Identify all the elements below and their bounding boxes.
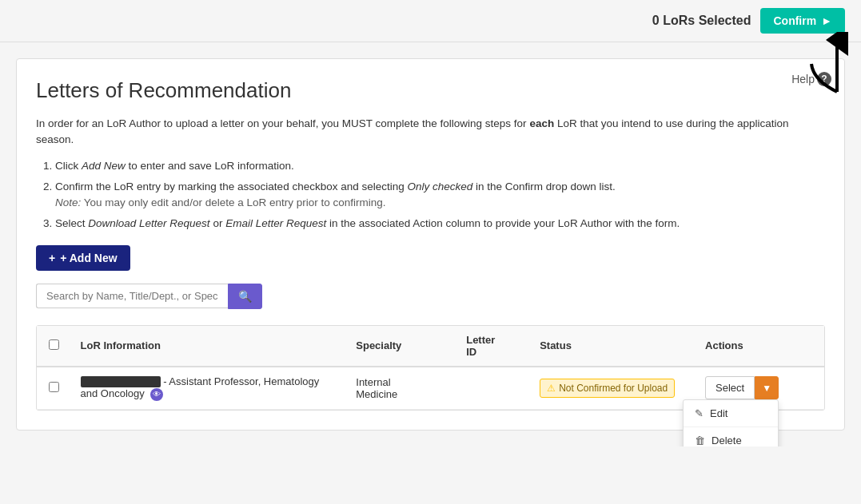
letter-id-cell bbox=[456, 367, 530, 410]
trash-icon: 🗑 bbox=[695, 435, 705, 446]
help-text: Help bbox=[791, 73, 815, 85]
add-new-label: + Add New bbox=[60, 252, 117, 264]
dropdown-toggle-button[interactable]: ▼ bbox=[755, 376, 779, 399]
help-link[interactable]: Help ? bbox=[791, 72, 831, 86]
search-bar: 🔍 bbox=[36, 284, 825, 309]
chevron-down-icon: ▼ bbox=[762, 383, 771, 394]
delete-menu-item[interactable]: 🗑 Delete bbox=[684, 427, 778, 446]
lors-count: 0 bbox=[652, 14, 660, 27]
search-button[interactable]: 🔍 bbox=[228, 284, 262, 309]
lor-table: LoR Information Specialty LetterID Statu… bbox=[37, 326, 824, 410]
plus-icon: + bbox=[49, 252, 55, 264]
row-checkbox-cell bbox=[37, 367, 71, 410]
actions-dropdown-menu: ✎ Edit 🗑 Delete bbox=[683, 399, 779, 446]
top-bar: 0 LoRs Selected Confirm ► bbox=[0, 0, 861, 42]
lors-label: LoRs Selected bbox=[663, 14, 751, 27]
instructions-text: In order for an LoR Author to upload a l… bbox=[36, 116, 825, 149]
header-checkbox bbox=[37, 326, 71, 367]
header-actions: Actions bbox=[696, 326, 824, 367]
pencil-icon: ✎ bbox=[695, 407, 704, 419]
edit-menu-item[interactable]: ✎ Edit bbox=[684, 400, 778, 427]
confirm-label: Confirm bbox=[773, 14, 816, 27]
status-badge: ⚠ Not Confirmed for Upload bbox=[540, 379, 675, 398]
warning-icon: ⚠ bbox=[547, 383, 556, 394]
header-specialty: Specialty bbox=[346, 326, 456, 367]
lor-name-blurred bbox=[81, 376, 161, 387]
specialty-value: InternalMedicine bbox=[356, 376, 397, 400]
select-all-checkbox[interactable] bbox=[49, 339, 59, 350]
search-icon: 🔍 bbox=[238, 290, 252, 303]
help-icon: ? bbox=[817, 72, 831, 86]
step-1: Click Add New to enter and save LoR info… bbox=[55, 158, 825, 174]
table-row: - Assistant Professor, Hematology and On… bbox=[37, 367, 824, 410]
page-wrapper: Help ? Letters of Recommendation In orde… bbox=[0, 42, 861, 446]
actions-dropdown: Select ▼ ✎ Edit bbox=[705, 376, 779, 399]
row-checkbox[interactable] bbox=[49, 382, 59, 392]
lors-selected-count: 0 LoRs Selected bbox=[652, 14, 751, 28]
actions-cell: Select ▼ ✎ Edit bbox=[696, 367, 824, 410]
privacy-icon: 👁 bbox=[150, 388, 163, 401]
main-card: Help ? Letters of Recommendation In orde… bbox=[16, 58, 845, 431]
specialty-cell: InternalMedicine bbox=[346, 367, 456, 410]
confirm-arrow-icon: ► bbox=[821, 14, 832, 27]
table-container: LoR Information Specialty LetterID Statu… bbox=[36, 325, 825, 411]
header-letter-id: LetterID bbox=[456, 326, 530, 367]
delete-label: Delete bbox=[712, 435, 742, 446]
status-text: Not Confirmed for Upload bbox=[559, 383, 668, 394]
steps-list: Click Add New to enter and save LoR info… bbox=[36, 158, 825, 232]
confirm-button[interactable]: Confirm ► bbox=[760, 8, 845, 34]
add-new-button[interactable]: + + Add New bbox=[36, 245, 130, 271]
search-input[interactable] bbox=[36, 284, 228, 308]
edit-label: Edit bbox=[710, 407, 727, 419]
page-title: Letters of Recommendation bbox=[36, 78, 825, 103]
select-button[interactable]: Select bbox=[705, 376, 755, 399]
lor-info-cell: - Assistant Professor, Hematology and On… bbox=[71, 367, 347, 410]
header-lor-info: LoR Information bbox=[71, 326, 347, 367]
header-status: Status bbox=[530, 326, 696, 367]
status-cell: ⚠ Not Confirmed for Upload bbox=[530, 367, 696, 410]
step-3: Select Download Letter Request or Email … bbox=[55, 216, 825, 232]
table-header-row: LoR Information Specialty LetterID Statu… bbox=[37, 326, 824, 367]
step-2: Confirm the LoR entry by marking the ass… bbox=[55, 179, 825, 212]
